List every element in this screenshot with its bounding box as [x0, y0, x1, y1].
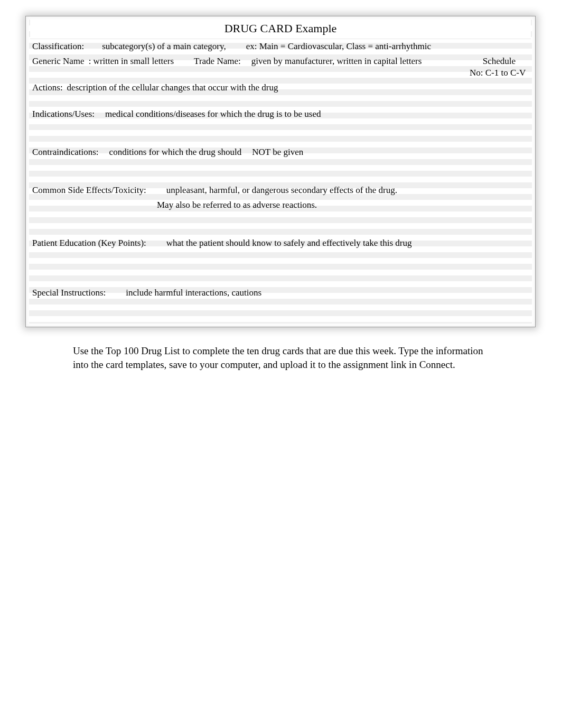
- special-value: include harmful interactions, cautions: [126, 287, 261, 299]
- actions-row: Actions: description of the cellular cha…: [29, 80, 532, 95]
- generic-value: : written in small letters: [89, 56, 174, 67]
- trade-value: given by manufacturer, written in capita…: [251, 56, 422, 67]
- sideeffects-value2: May also be referred to as adverse react…: [157, 199, 317, 211]
- indications-row: Indications/Uses: medical conditions/dis…: [29, 107, 532, 122]
- drug-card-body: DRUG CARD Example Classification: subcat…: [29, 20, 532, 324]
- contraindications-value-a: conditions for which the drug should: [109, 146, 242, 158]
- footer-instructions: Use the Top 100 Drug List to complete th…: [73, 344, 488, 372]
- classification-example: ex: Main = Cardiovascular, Class = anti-…: [246, 41, 431, 52]
- actions-value: description of the cellular changes that…: [67, 82, 278, 94]
- schedule-segment: Schedule No: C-1 to C-V: [470, 56, 529, 79]
- special-label: Special Instructions:: [32, 287, 106, 299]
- education-value: what the patient should know to safely a…: [166, 237, 412, 249]
- sideeffects-row2: May also be referred to as adverse react…: [29, 198, 532, 213]
- sideeffects-row: Common Side Effects/Toxicity: unpleasant…: [29, 183, 532, 198]
- schedule-value: No: C-1 to C-V: [470, 67, 529, 79]
- trade-label: Trade Name:: [194, 56, 241, 67]
- classification-label: Classification:: [32, 41, 84, 52]
- sideeffects-value1: unpleasant, harmful, or dangerous second…: [166, 185, 397, 196]
- generic-name-segment: Generic Name : written in small letters: [32, 56, 174, 67]
- classification-row: Classification: subcategory(s) of a main…: [29, 39, 532, 54]
- contraindications-label: Contraindications:: [32, 146, 99, 158]
- drug-card-frame: DRUG CARD Example Classification: subcat…: [25, 16, 536, 327]
- education-label: Patient Education (Key Points):: [32, 237, 146, 249]
- actions-label: Actions:: [32, 82, 63, 94]
- generic-label: Generic Name: [32, 56, 85, 67]
- contraindications-row: Contraindications: conditions for which …: [29, 145, 532, 160]
- education-row: Patient Education (Key Points): what the…: [29, 236, 532, 251]
- special-row: Special Instructions: include harmful in…: [29, 285, 532, 300]
- card-title: DRUG CARD Example: [30, 20, 531, 39]
- classification-value: subcategory(s) of a main category,: [95, 41, 226, 52]
- indications-value: medical conditions/diseases for which th…: [105, 108, 321, 120]
- name-row: Generic Name : written in small letters …: [29, 54, 532, 80]
- sideeffects-label: Common Side Effects/Toxicity:: [32, 185, 146, 196]
- trade-name-segment: Trade Name: given by manufacturer, writt…: [194, 56, 470, 67]
- schedule-label: Schedule: [470, 56, 529, 67]
- indications-label: Indications/Uses:: [32, 108, 95, 120]
- contraindications-value-b: NOT be given: [252, 146, 303, 158]
